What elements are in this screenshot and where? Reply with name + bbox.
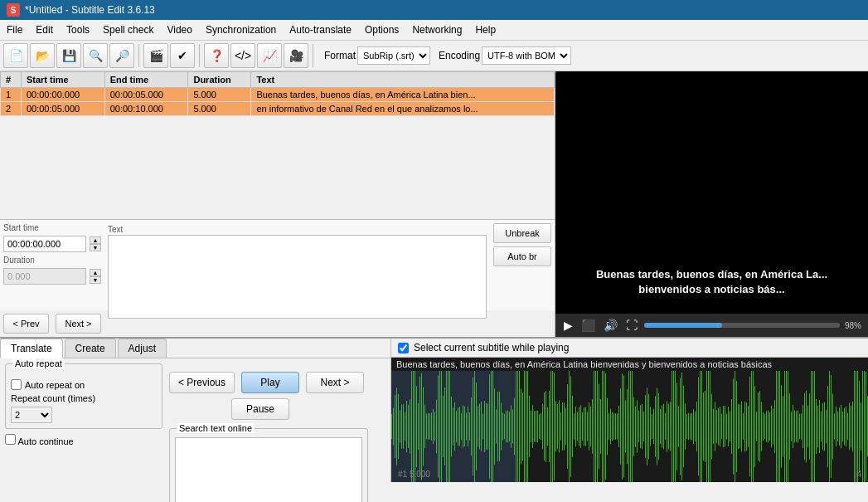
svg-rect-201: [723, 406, 724, 447]
svg-rect-217: [749, 377, 750, 476]
video-progress-bar[interactable]: [644, 323, 840, 328]
start-time-spinner[interactable]: ▲ ▼: [90, 236, 101, 251]
menu-autotranslate[interactable]: Auto-translate: [283, 22, 358, 38]
encoding-select[interactable]: UTF-8 with BOM: [482, 46, 571, 65]
next-nav-button[interactable]: Next >: [306, 372, 364, 393]
pause-button[interactable]: Pause: [231, 398, 289, 420]
svg-rect-96: [549, 391, 550, 462]
svg-rect-141: [623, 376, 624, 478]
prev-button[interactable]: < Prev: [3, 314, 49, 334]
repeat-count-select[interactable]: 2: [11, 407, 52, 423]
svg-rect-87: [534, 411, 535, 441]
svg-rect-128: [602, 371, 603, 482]
edit-text-area: Text: [108, 223, 487, 307]
auto-continue-checkbox[interactable]: [5, 434, 16, 445]
menu-file[interactable]: File: [0, 22, 29, 38]
menu-tools[interactable]: Tools: [60, 22, 96, 38]
start-time-up[interactable]: ▲: [90, 236, 101, 244]
svg-rect-289: [391, 371, 516, 482]
duration-down[interactable]: ▼: [90, 276, 101, 284]
svg-rect-77: [517, 371, 518, 482]
svg-rect-81: [524, 371, 525, 482]
auto-repeat-checkbox[interactable]: [11, 379, 22, 390]
duration-input[interactable]: [3, 268, 86, 285]
menu-help[interactable]: Help: [468, 22, 502, 38]
play-pause-button[interactable]: ▶: [562, 317, 575, 334]
menu-options[interactable]: Options: [358, 22, 405, 38]
svg-rect-189: [703, 392, 704, 461]
findreplace-button[interactable]: 🔎: [109, 43, 134, 68]
svg-rect-218: [751, 371, 752, 482]
svg-rect-161: [657, 388, 657, 465]
svg-rect-137: [617, 413, 618, 439]
table-row[interactable]: 200:00:05.00000:00:10.0005.000en informa…: [1, 102, 555, 116]
waveform-time-label: #1 5.000: [398, 470, 430, 479]
previous-button[interactable]: < Previous: [169, 372, 235, 393]
svg-rect-102: [559, 400, 560, 452]
stop-button[interactable]: ⬛: [579, 317, 597, 334]
svg-rect-114: [579, 407, 579, 446]
svg-rect-192: [708, 371, 709, 482]
svg-rect-209: [736, 381, 737, 472]
play-button[interactable]: Play: [241, 372, 299, 393]
svg-rect-116: [582, 412, 583, 441]
menu-sync[interactable]: Synchronization: [199, 22, 283, 38]
svg-rect-163: [660, 409, 661, 445]
unbreak-button[interactable]: Unbreak: [493, 223, 551, 243]
save-button[interactable]: 💾: [56, 43, 81, 68]
start-time-input[interactable]: [3, 236, 86, 252]
waveform-button[interactable]: 📈: [257, 43, 282, 68]
video-button[interactable]: 🎥: [284, 43, 308, 68]
open-button[interactable]: 📂: [30, 43, 55, 68]
start-time-down[interactable]: ▼: [90, 244, 101, 251]
video-import-button[interactable]: 🎬: [143, 43, 168, 68]
svg-rect-145: [630, 371, 631, 482]
tab-translate[interactable]: Translate: [0, 339, 63, 358]
svg-rect-113: [577, 412, 578, 441]
svg-rect-186: [698, 378, 699, 476]
svg-rect-103: [560, 412, 561, 441]
svg-rect-199: [720, 407, 720, 446]
duration-spinner[interactable]: ▲ ▼: [90, 269, 101, 284]
find-button[interactable]: 🔍: [83, 43, 108, 68]
duration-up[interactable]: ▲: [90, 269, 101, 276]
search-input[interactable]: [175, 437, 362, 502]
source-button[interactable]: </>: [230, 43, 255, 68]
waveform-checkbox[interactable]: [398, 343, 409, 353]
svg-rect-257: [816, 399, 817, 454]
mute-button[interactable]: 🔊: [602, 317, 619, 334]
toolbar: 📄 📂 💾 🔍 🔎 🎬 ✔ ❓ </> 📈 🎥 Format SubRip (.…: [0, 41, 868, 71]
svg-rect-212: [741, 402, 742, 452]
video-progress-fill: [644, 323, 722, 328]
svg-rect-252: [807, 406, 808, 448]
svg-rect-182: [691, 413, 692, 441]
menu-networking[interactable]: Networking: [405, 22, 468, 38]
new-button[interactable]: 📄: [3, 43, 28, 68]
svg-rect-267: [832, 394, 833, 460]
text-editor[interactable]: [108, 235, 487, 319]
menu-video[interactable]: Video: [160, 22, 198, 38]
svg-rect-108: [569, 371, 570, 482]
svg-rect-274: [844, 408, 845, 446]
subtitle-line1: Buenas tardes, buenos días, en América L…: [596, 267, 827, 282]
svg-rect-250: [804, 393, 805, 461]
svg-rect-159: [653, 409, 654, 445]
format-select[interactable]: SubRip (.srt): [357, 46, 430, 65]
help-button[interactable]: ❓: [204, 43, 229, 68]
waveform-svg: [391, 371, 868, 482]
table-row[interactable]: 100:00:00.00000:00:05.0005.000Buenas tar…: [1, 88, 555, 102]
svg-rect-138: [618, 406, 619, 447]
auto-br-button[interactable]: Auto br: [493, 246, 551, 266]
svg-rect-282: [857, 371, 858, 482]
fullscreen-button[interactable]: ⛶: [624, 317, 639, 334]
tab-create[interactable]: Create: [65, 339, 116, 358]
svg-rect-251: [806, 391, 807, 463]
svg-rect-198: [718, 408, 719, 446]
svg-rect-235: [779, 371, 780, 482]
next-button[interactable]: Next >: [56, 314, 101, 334]
menu-edit[interactable]: Edit: [29, 22, 60, 38]
spellcheck-button[interactable]: ✔: [170, 43, 195, 68]
menu-spellcheck[interactable]: Spell check: [96, 22, 160, 38]
app-icon: S: [7, 3, 20, 17]
tab-adjust[interactable]: Adjust: [118, 339, 167, 358]
